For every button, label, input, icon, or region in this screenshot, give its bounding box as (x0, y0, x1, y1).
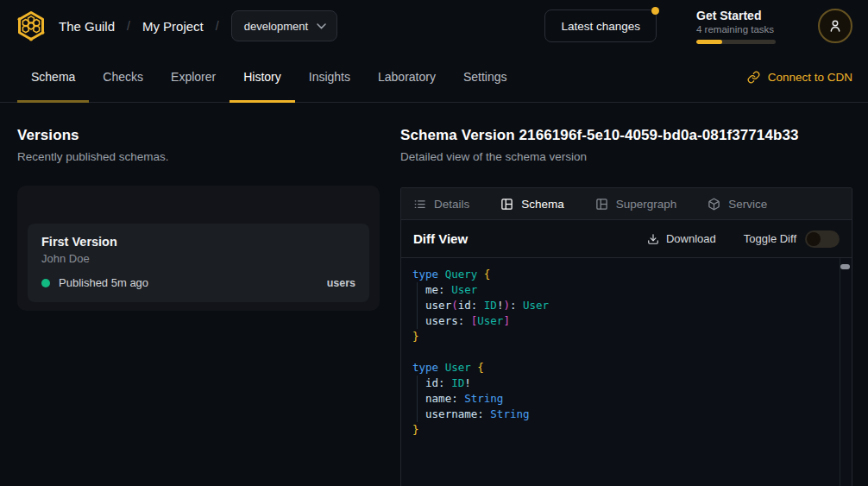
chevron-down-icon (317, 23, 326, 29)
version-status-text: Published 5m ago (59, 276, 148, 289)
top-header: The Guild / My Project / development Lat… (0, 0, 868, 52)
code-line: user(id: ID!): User (412, 298, 831, 313)
download-label: Download (666, 232, 716, 245)
indent-guide (417, 376, 418, 422)
toggle-diff-switch[interactable] (805, 230, 840, 248)
tab-supergraph[interactable]: Supergraph (595, 198, 677, 211)
main-nav: Schema Checks Explorer History Insights … (0, 52, 868, 103)
latest-changes-label: Latest changes (561, 20, 640, 33)
breadcrumb-separator: / (127, 19, 130, 33)
get-started-subtitle: 4 remaining tasks (696, 24, 778, 35)
version-author: John Doe (41, 252, 355, 265)
code-line: type Query { (412, 267, 831, 282)
nav-tab-explorer[interactable]: Explorer (157, 52, 230, 102)
tab-details[interactable]: Details (413, 198, 469, 211)
tab-supergraph-label: Supergraph (616, 198, 677, 211)
nav-tab-checks[interactable]: Checks (89, 52, 157, 102)
versions-panel: Versions Recently published schemas. Fir… (17, 103, 380, 486)
target-selector-value: development (244, 20, 308, 33)
nav-tab-schema[interactable]: Schema (17, 52, 89, 102)
nav-tab-settings[interactable]: Settings (450, 52, 521, 102)
graphql-code: type Query { me: User user(id: ID!): Use… (401, 258, 852, 438)
code-line: type User { (412, 360, 831, 376)
schema-version-title: Schema Version 2166196f-5e10-4059-bd0a-0… (400, 127, 852, 144)
nav-tab-history[interactable]: History (230, 52, 295, 102)
code-line (412, 344, 831, 360)
published-status-dot (41, 279, 50, 287)
code-line: } (412, 329, 831, 344)
version-list-item[interactable]: First Version John Doe Published 5m ago … (28, 224, 369, 302)
nav-tab-laboratory[interactable]: Laboratory (364, 52, 450, 102)
connect-to-cdn-label: Connect to CDN (768, 71, 852, 84)
schema-version-panel: Schema Version 2166196f-5e10-4059-bd0a-0… (400, 103, 852, 486)
version-status-row: Published 5m ago users (41, 276, 355, 289)
version-name: First Version (41, 235, 355, 249)
toggle-diff-group: Toggle Diff (744, 230, 840, 248)
tab-schema-label: Schema (521, 198, 564, 211)
code-line: id: ID! (412, 376, 831, 391)
version-service-badge: users (327, 277, 355, 289)
versions-list-card: First Version John Doe Published 5m ago … (17, 186, 380, 311)
indent-guide (417, 282, 418, 329)
code-line: users: [User] (412, 313, 831, 329)
download-icon (647, 233, 659, 245)
diff-toolbar: Diff View Download Toggle Diff (401, 220, 852, 258)
breadcrumb-separator: / (216, 19, 219, 33)
download-button[interactable]: Download (647, 232, 716, 245)
panels-icon (500, 198, 513, 211)
user-icon (827, 17, 844, 35)
notification-dot (651, 7, 659, 15)
user-avatar[interactable] (818, 9, 852, 43)
code-line: me: User (412, 282, 831, 298)
tab-service[interactable]: Service (708, 198, 767, 211)
version-detail-card: Details Schema Supergraph (400, 187, 852, 486)
target-selector[interactable]: development (231, 10, 337, 41)
header-left: The Guild / My Project / development (14, 9, 337, 43)
get-started-widget[interactable]: Get Started 4 remaining tasks (696, 9, 778, 44)
switch-knob (807, 232, 821, 246)
get-started-title: Get Started (696, 9, 778, 22)
latest-changes-button[interactable]: Latest changes (544, 9, 657, 42)
scrollbar-track (840, 258, 840, 486)
code-line: username: String (412, 407, 831, 422)
get-started-progress-bar (696, 40, 776, 44)
detail-tab-bar: Details Schema Supergraph (401, 188, 852, 220)
tab-schema[interactable]: Schema (500, 198, 564, 211)
nav-tab-insights[interactable]: Insights (295, 52, 364, 102)
breadcrumb-org[interactable]: The Guild (59, 19, 115, 34)
breadcrumb-project[interactable]: My Project (142, 19, 204, 34)
code-line: } (412, 422, 831, 438)
header-right: Latest changes Get Started 4 remaining t… (544, 9, 852, 44)
scrollbar-thumb[interactable] (840, 264, 850, 269)
code-line: name: String (412, 391, 831, 407)
versions-title: Versions (17, 127, 380, 144)
get-started-progress-fill (696, 40, 722, 44)
link-icon (747, 71, 760, 84)
box-icon (708, 198, 720, 211)
tab-service-label: Service (728, 198, 767, 211)
diff-actions: Download Toggle Diff (647, 230, 840, 248)
toggle-diff-label: Toggle Diff (744, 232, 796, 245)
panels-icon (595, 198, 608, 211)
diff-view-title: Diff View (413, 231, 468, 246)
list-icon (413, 198, 426, 211)
content-area: Versions Recently published schemas. Fir… (0, 103, 868, 486)
hive-logo[interactable] (14, 9, 48, 43)
tab-details-label: Details (434, 198, 469, 211)
schema-code-viewer[interactable]: type Query { me: User user(id: ID!): Use… (401, 258, 852, 486)
versions-subtitle: Recently published schemas. (17, 150, 380, 163)
schema-version-subtitle: Detailed view of the schema version (400, 150, 852, 163)
nav-tabs: Schema Checks Explorer History Insights … (17, 52, 521, 102)
connect-to-cdn-link[interactable]: Connect to CDN (747, 52, 852, 102)
breadcrumb: The Guild / My Project / development (59, 10, 337, 41)
